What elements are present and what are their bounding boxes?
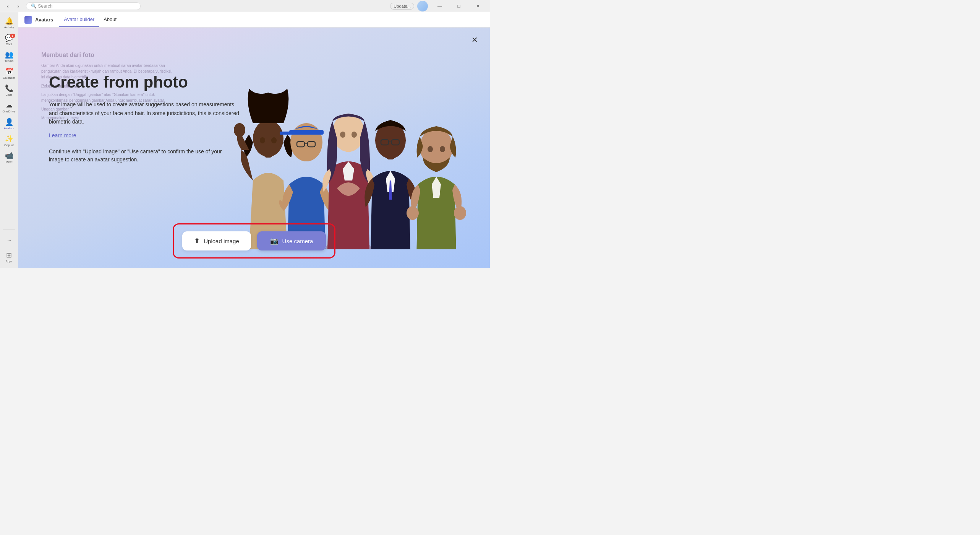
sidebar-item-activity[interactable]: 🔔 Activity bbox=[2, 15, 17, 31]
sidebar-item-apps-label: Apps bbox=[5, 260, 12, 263]
sidebar-item-chat[interactable]: 1 💬 Chat bbox=[2, 32, 17, 47]
activity-icon: 🔔 bbox=[5, 17, 13, 25]
sidebar-item-calendar-label: Calendar bbox=[3, 76, 15, 80]
sidebar-item-copilot[interactable]: ✨ Copilot bbox=[2, 133, 17, 148]
upload-icon: ⬆ bbox=[194, 237, 200, 245]
svg-point-4 bbox=[271, 137, 277, 143]
chat-badge: 1 bbox=[10, 34, 15, 38]
sidebar-item-onedrive-label: OneDrive bbox=[3, 110, 16, 113]
title-bar: ‹ › 🔍 Search Update... — □ ✕ bbox=[0, 0, 490, 12]
calendar-icon: 📅 bbox=[5, 67, 13, 76]
title-bar-right: Update... — □ ✕ bbox=[390, 0, 487, 12]
copilot-icon: ✨ bbox=[5, 135, 13, 143]
right-panel: Avatars Avatar builder About ✕ Membuat d… bbox=[18, 12, 490, 268]
svg-point-31 bbox=[454, 206, 466, 220]
back-button[interactable]: ‹ bbox=[3, 2, 12, 11]
more-icon: ··· bbox=[7, 237, 11, 243]
camera-icon: 📷 bbox=[270, 237, 279, 245]
teams-icon: 👥 bbox=[5, 50, 13, 59]
svg-point-18 bbox=[352, 132, 357, 138]
tab-about[interactable]: About bbox=[99, 12, 121, 27]
update-button[interactable]: Update... bbox=[390, 3, 414, 10]
continue-text: Continue with "Upload image" or "Use cam… bbox=[49, 148, 232, 164]
sidebar: 🔔 Activity 1 💬 Chat 👥 Teams 📅 Calendar 📞… bbox=[0, 12, 18, 268]
learn-more-link[interactable]: Learn more bbox=[49, 132, 76, 138]
avatar-5 bbox=[407, 126, 466, 249]
sidebar-item-apps[interactable]: ⊞ Apps bbox=[2, 249, 17, 265]
minimize-button[interactable]: — bbox=[431, 0, 449, 12]
svg-point-16 bbox=[332, 114, 364, 152]
tab-avatar-builder[interactable]: Avatar builder bbox=[59, 12, 99, 27]
sidebar-item-copilot-label: Copilot bbox=[4, 144, 14, 147]
main-content: ✕ Membuat dari foto Gambar Anda akan dig… bbox=[18, 28, 490, 268]
avatar-4 bbox=[364, 120, 416, 249]
forward-button[interactable]: › bbox=[14, 2, 23, 11]
sidebar-item-avatars-label: Avatars bbox=[4, 127, 14, 130]
meet-icon: 📹 bbox=[5, 151, 13, 160]
search-placeholder: Search bbox=[38, 3, 52, 9]
avatars-svg bbox=[230, 43, 490, 249]
svg-point-17 bbox=[340, 132, 345, 138]
app-name: Avatars bbox=[35, 17, 53, 23]
sidebar-item-avatars[interactable]: 👤 Avatars bbox=[2, 116, 17, 132]
sidebar-item-calls-label: Calls bbox=[6, 93, 13, 96]
upload-label: Upload image bbox=[204, 238, 239, 244]
sidebar-item-teams[interactable]: 👥 Teams bbox=[2, 49, 17, 64]
bg-title: Membuat dari foto bbox=[41, 50, 175, 60]
search-bar[interactable]: 🔍 Search bbox=[26, 2, 141, 10]
sidebar-item-more[interactable]: ··· bbox=[2, 233, 17, 248]
maximize-button[interactable]: □ bbox=[450, 0, 468, 12]
svg-point-29 bbox=[440, 146, 445, 152]
page-title: Create from photo bbox=[49, 73, 240, 91]
content-panel: Create from photo Your image will be use… bbox=[49, 73, 240, 164]
app-icon bbox=[24, 16, 32, 24]
sidebar-item-activity-label: Activity bbox=[4, 26, 14, 29]
close-overlay-button[interactable]: ✕ bbox=[468, 34, 481, 46]
svg-point-3 bbox=[260, 137, 265, 143]
sidebar-item-calendar[interactable]: 📅 Calendar bbox=[2, 66, 17, 81]
app-layout: 🔔 Activity 1 💬 Chat 👥 Teams 📅 Calendar 📞… bbox=[0, 12, 490, 268]
svg-point-30 bbox=[407, 206, 419, 220]
use-camera-button[interactable]: 📷 Use camera bbox=[257, 231, 326, 250]
sidebar-item-teams-label: Teams bbox=[5, 60, 14, 63]
upload-image-button[interactable]: ⬆ Upload image bbox=[182, 231, 251, 250]
calls-icon: 📞 bbox=[5, 84, 13, 93]
avatars-illustration bbox=[230, 43, 490, 249]
sidebar-item-meet-label: Meet bbox=[6, 161, 13, 164]
svg-rect-10 bbox=[280, 132, 295, 135]
title-bar-nav: ‹ › bbox=[3, 2, 23, 11]
sidebar-item-meet[interactable]: 📹 Meet bbox=[2, 150, 17, 165]
sidebar-item-chat-label: Chat bbox=[6, 43, 12, 46]
onedrive-icon: ☁ bbox=[6, 101, 13, 109]
camera-label: Use camera bbox=[282, 238, 313, 244]
search-icon: 🔍 bbox=[31, 3, 37, 9]
action-highlight-container: ⬆ Upload image 📷 Use camera bbox=[173, 223, 335, 259]
highlight-box: ⬆ Upload image 📷 Use camera bbox=[173, 223, 335, 259]
apps-icon: ⊞ bbox=[6, 251, 12, 259]
window-controls: — □ ✕ bbox=[431, 0, 487, 12]
user-avatar[interactable] bbox=[417, 1, 428, 11]
sidebar-item-calls[interactable]: 📞 Calls bbox=[2, 83, 17, 98]
avatars-icon: 👤 bbox=[5, 118, 13, 126]
close-window-button[interactable]: ✕ bbox=[469, 0, 487, 12]
svg-point-28 bbox=[428, 146, 433, 152]
description-text: Your image will be used to create avatar… bbox=[49, 100, 240, 126]
svg-point-2 bbox=[253, 120, 283, 157]
sidebar-item-onedrive[interactable]: ☁ OneDrive bbox=[2, 99, 17, 115]
tab-bar: Avatars Avatar builder About bbox=[18, 12, 490, 28]
sidebar-divider bbox=[3, 229, 15, 229]
title-bar-left: ‹ › 🔍 Search bbox=[3, 2, 141, 11]
